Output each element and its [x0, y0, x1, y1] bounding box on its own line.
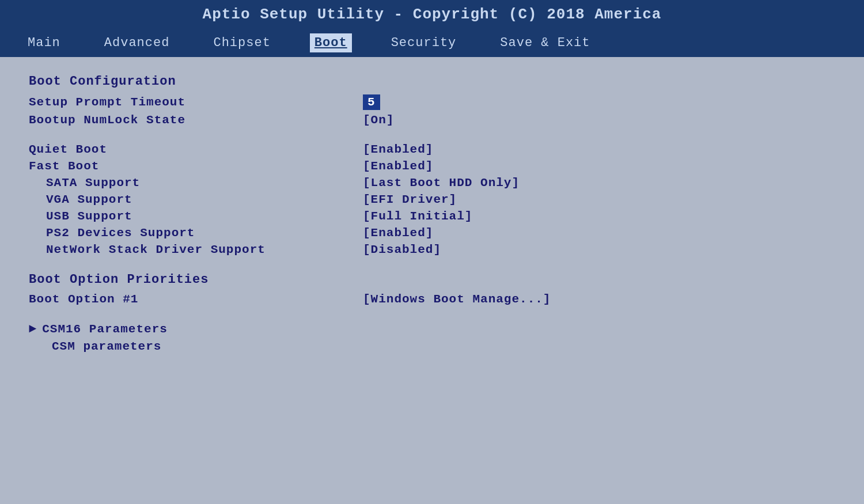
network-stack-value[interactable]: [Disabled] [363, 243, 441, 256]
fast-boot-label: Fast Boot [29, 160, 363, 173]
csm16-label: CSM16 Parameters [42, 323, 376, 336]
sata-support-row[interactable]: SATA Support [Last Boot HDD Only] [29, 176, 835, 190]
boot-option-priorities-header: Boot Option Priorities [29, 272, 835, 287]
menu-item-security[interactable]: Security [386, 33, 461, 52]
menu-item-save-exit[interactable]: Save & Exit [495, 33, 594, 52]
usb-support-label: USB Support [29, 210, 363, 223]
csm-row[interactable]: CSM parameters [29, 340, 835, 353]
sata-support-value[interactable]: [Last Boot HDD Only] [363, 176, 520, 190]
network-stack-row[interactable]: NetWork Stack Driver Support [Disabled] [29, 243, 835, 256]
boot-option1-value[interactable]: [Windows Boot Manage...] [363, 293, 551, 306]
bootup-numlock-label: Bootup NumLock State [29, 113, 363, 127]
quiet-boot-label: Quiet Boot [29, 143, 363, 156]
boot-option1-label: Boot Option #1 [29, 293, 363, 306]
usb-support-value[interactable]: [Full Initial] [363, 210, 472, 223]
sata-support-label: SATA Support [29, 176, 363, 190]
ps2-devices-value[interactable]: [Enabled] [363, 226, 433, 240]
csm-label: CSM parameters [29, 340, 363, 353]
csm16-row[interactable]: ► CSM16 Parameters [29, 322, 835, 336]
quiet-boot-value[interactable]: [Enabled] [363, 143, 433, 156]
main-content: Boot Configuration Setup Prompt Timeout … [0, 57, 864, 499]
menu-bar: Main Advanced Chipset Boot Security Save… [0, 29, 864, 57]
menu-item-advanced[interactable]: Advanced [100, 33, 175, 52]
bootup-numlock-value[interactable]: [On] [363, 113, 394, 127]
menu-item-main[interactable]: Main [23, 33, 65, 52]
network-stack-label: NetWork Stack Driver Support [29, 243, 363, 256]
vga-support-label: VGA Support [29, 193, 363, 206]
arrow-icon: ► [29, 322, 36, 336]
bootup-numlock-row[interactable]: Bootup NumLock State [On] [29, 113, 835, 127]
menu-item-chipset[interactable]: Chipset [209, 33, 275, 52]
quiet-boot-row[interactable]: Quiet Boot [Enabled] [29, 143, 835, 156]
ps2-devices-label: PS2 Devices Support [29, 226, 363, 240]
ps2-devices-row[interactable]: PS2 Devices Support [Enabled] [29, 226, 835, 240]
boot-option1-row[interactable]: Boot Option #1 [Windows Boot Manage...] [29, 293, 835, 306]
menu-item-boot[interactable]: Boot [310, 33, 352, 52]
setup-prompt-row[interactable]: Setup Prompt Timeout 5 [29, 94, 835, 110]
usb-support-row[interactable]: USB Support [Full Initial] [29, 210, 835, 223]
vga-support-row[interactable]: VGA Support [EFI Driver] [29, 193, 835, 206]
title-bar: Aptio Setup Utility - Copyright (C) 2018… [0, 0, 864, 29]
setup-prompt-label: Setup Prompt Timeout [29, 96, 363, 109]
boot-config-header: Boot Configuration [29, 74, 835, 89]
fast-boot-row[interactable]: Fast Boot [Enabled] [29, 160, 835, 173]
vga-support-value[interactable]: [EFI Driver] [363, 193, 457, 206]
fast-boot-value[interactable]: [Enabled] [363, 160, 433, 173]
title-text: Aptio Setup Utility - Copyright (C) 2018… [203, 6, 662, 23]
setup-prompt-value[interactable]: 5 [363, 94, 380, 110]
